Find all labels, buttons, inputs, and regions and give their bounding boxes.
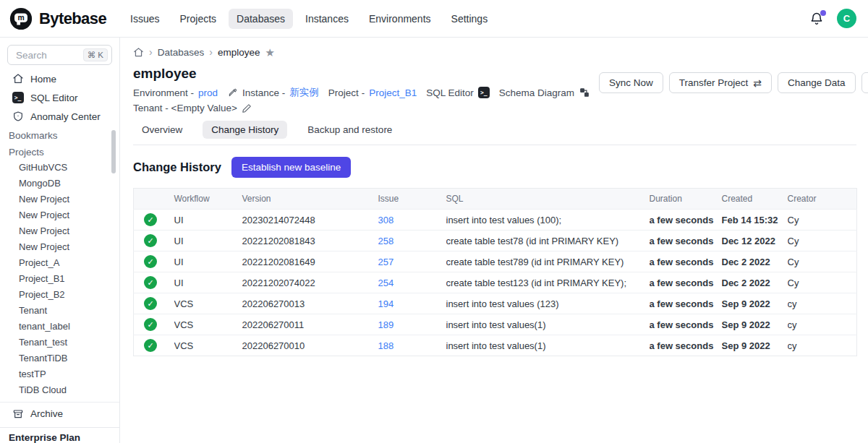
sidebar-project-item[interactable]: testTP	[0, 366, 119, 382]
issue-link[interactable]: 188	[378, 340, 394, 351]
column-header: Issue	[378, 189, 446, 210]
success-check-icon: ✓	[144, 234, 157, 247]
meta-environment: Environment - prod	[133, 87, 218, 98]
page-header: employee Environment - prod Instance -	[133, 65, 856, 113]
nav-item-environments[interactable]: Environments	[361, 9, 439, 29]
history-row[interactable]: ✓UI20221202081843258create table test78 …	[134, 231, 857, 251]
project-list: GitHubVCSMongoDBNew ProjectNew ProjectNe…	[0, 159, 119, 397]
cell-creator: Cy	[788, 272, 857, 293]
search-shortcut-badge: ⌘ K	[83, 48, 108, 61]
instance-link[interactable]: 新实例	[289, 86, 319, 99]
history-row[interactable]: ✓VCS202206270013194insert into test valu…	[134, 293, 857, 314]
sidebar-item-anomaly-center[interactable]: Anomaly Center	[0, 107, 119, 126]
cell-creator: Cy	[788, 231, 857, 251]
project-link[interactable]: Project_B1	[369, 87, 417, 98]
plan-label[interactable]: Enterprise Plan	[0, 427, 119, 443]
sidebar-project-item[interactable]: New Project	[0, 238, 119, 254]
column-header: Created	[722, 189, 788, 210]
search-input[interactable]	[14, 49, 83, 61]
issue-link[interactable]: 254	[378, 278, 394, 288]
sidebar-project-item[interactable]: New Project	[0, 223, 119, 238]
transfer-project-button[interactable]: Transfer Project⇄	[669, 72, 772, 93]
sidebar-project-item[interactable]: Project_A	[0, 254, 119, 270]
archive-icon	[12, 408, 24, 420]
issue-link[interactable]: 189	[378, 319, 394, 330]
cell-version: 20230214072448	[242, 210, 378, 231]
cell-created: Dec 2 2022	[722, 272, 788, 293]
sidebar-item-label: Archive	[30, 408, 63, 419]
change-data-button[interactable]: Change Data	[778, 72, 856, 93]
cell-created: Dec 12 2022	[722, 231, 788, 251]
history-row[interactable]: ✓UI20230214072448308insert into test val…	[134, 210, 857, 231]
cell-created: Sep 9 2022	[722, 314, 788, 335]
user-avatar[interactable]: C	[837, 9, 856, 28]
column-header: SQL	[446, 189, 650, 210]
environment-link[interactable]: prod	[198, 87, 218, 98]
sidebar-project-item[interactable]: New Project	[0, 207, 119, 223]
cell-sql: create table test78 (id int PRIMARY KEY)	[446, 231, 650, 251]
alter-schema-button[interactable]: Alter Schema	[861, 72, 868, 93]
page-actions: Sync NowTransfer Project⇄Change DataAlte…	[599, 72, 868, 113]
sidebar-project-item[interactable]: TiDB Cloud	[0, 382, 119, 397]
issue-link[interactable]: 194	[378, 298, 394, 309]
notification-bell-icon[interactable]	[809, 12, 824, 26]
nav-item-databases[interactable]: Databases	[229, 9, 293, 29]
sidebar-project-item[interactable]: tenant_label	[0, 318, 119, 334]
sidebar-project-item[interactable]: MongoDB	[0, 175, 119, 191]
history-row[interactable]: ✓UI20221202074022254create table test123…	[134, 272, 857, 293]
meta-schema-diagram[interactable]: Schema Diagram	[499, 87, 590, 98]
sidebar-item-sql-editor[interactable]: >_ SQL Editor	[0, 88, 119, 107]
search-box[interactable]: ⌘ K	[7, 45, 112, 65]
edit-pencil-icon[interactable]	[242, 103, 252, 113]
sidebar-scrollbar[interactable]	[111, 130, 116, 173]
cell-creator: Cy	[788, 210, 857, 231]
cell-version: 20221202074022	[242, 272, 378, 293]
breadcrumb-current: employee	[218, 47, 260, 58]
bytebase-logo[interactable]: m Bytebase	[9, 7, 106, 31]
cell-created: Sep 9 2022	[722, 335, 788, 356]
meta-sql-editor[interactable]: SQL Editor >_	[426, 87, 490, 98]
sidebar-project-item[interactable]: Project_B1	[0, 270, 119, 286]
establish-baseline-button[interactable]: Establish new baseline	[231, 157, 351, 178]
nav-item-projects[interactable]: Projects	[172, 9, 225, 29]
history-row[interactable]: ✓VCS202206270011189insert into test valu…	[134, 314, 857, 335]
breadcrumb: › Databases › employee ★	[133, 46, 856, 58]
issue-link[interactable]: 257	[378, 257, 394, 267]
button-label: Transfer Project	[679, 77, 749, 88]
breadcrumb-databases[interactable]: Databases	[158, 47, 205, 58]
bookmark-star-icon[interactable]: ★	[265, 47, 274, 58]
cell-workflow: VCS	[174, 314, 242, 335]
sidebar-project-item[interactable]: New Project	[0, 191, 119, 207]
sync-now-button[interactable]: Sync Now	[599, 72, 663, 93]
history-row[interactable]: ✓VCS202206270010188insert into test valu…	[134, 335, 857, 356]
sidebar-item-home[interactable]: Home	[0, 69, 119, 88]
history-table-body: ✓UI20230214072448308insert into test val…	[134, 210, 857, 356]
cell-duration: a few seconds	[650, 210, 722, 231]
nav-item-settings[interactable]: Settings	[443, 9, 496, 29]
tab-overview[interactable]: Overview	[133, 121, 191, 139]
issue-link[interactable]: 258	[378, 236, 394, 246]
cell-workflow: VCS	[174, 335, 242, 356]
sidebar-project-item[interactable]: GitHubVCS	[0, 159, 119, 175]
cell-creator: cy	[788, 314, 857, 335]
history-row[interactable]: ✓UI20221202081649257create table test789…	[134, 251, 857, 272]
breadcrumb-home-icon[interactable]	[133, 47, 144, 58]
column-header: Creator	[788, 189, 857, 210]
sidebar-project-item[interactable]: Tenant	[0, 302, 119, 318]
sidebar-item-archive[interactable]: Archive	[0, 402, 119, 423]
top-bar: m Bytebase IssuesProjectsDatabasesInstan…	[0, 0, 868, 38]
nav-item-issues[interactable]: Issues	[122, 9, 167, 29]
meta-line-2: Tenant - <Empty Value>	[133, 103, 599, 113]
sidebar-project-item[interactable]: TenantTiDB	[0, 350, 119, 366]
engine-pen-icon	[227, 87, 238, 98]
cell-workflow: UI	[174, 272, 242, 293]
sidebar-project-item[interactable]: Project_B2	[0, 286, 119, 302]
nav-item-instances[interactable]: Instances	[297, 9, 357, 29]
breadcrumb-chevron-icon: ›	[149, 46, 153, 58]
tab-backup-and-restore[interactable]: Backup and restore	[299, 121, 401, 139]
issue-link[interactable]: 308	[378, 215, 394, 225]
tab-change-history[interactable]: Change History	[203, 121, 287, 139]
cell-version: 202206270013	[242, 293, 378, 314]
sidebar-project-item[interactable]: Tenant_test	[0, 334, 119, 350]
svg-text:m: m	[17, 14, 24, 22]
